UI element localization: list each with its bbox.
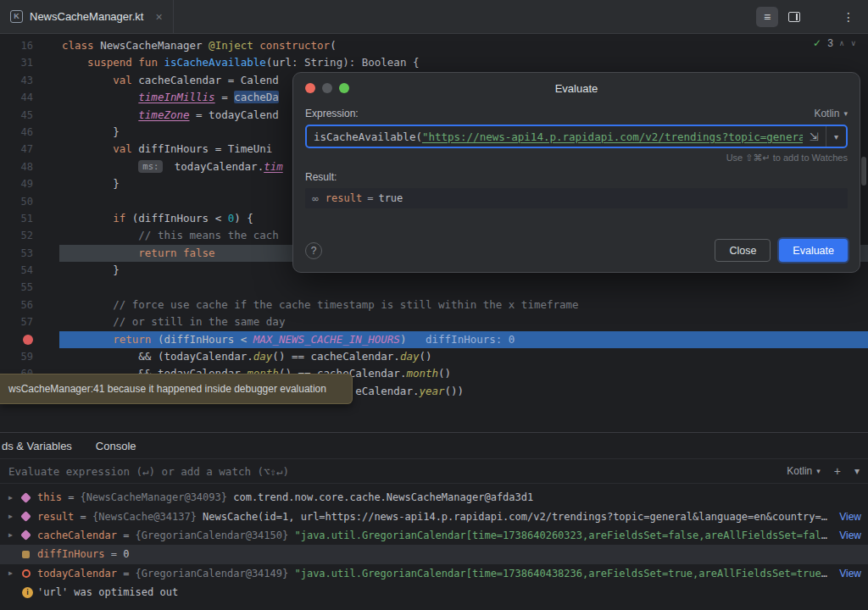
line-number-gutter[interactable]: 47 bbox=[0, 141, 59, 158]
line-number-gutter[interactable]: 51 bbox=[0, 210, 59, 227]
dialog-body: Expression: Kotlin ▾ isCacheAvailable("h… bbox=[293, 99, 860, 208]
expand-watches-icon[interactable]: ▾ bbox=[854, 465, 860, 477]
line-number-gutter[interactable]: 45 bbox=[0, 107, 59, 124]
code-line[interactable]: 59 && (todayCalendar.day() == cacheCalen… bbox=[0, 348, 868, 365]
menu-icon: ≡ bbox=[764, 10, 771, 24]
watch-input-row[interactable]: Evaluate expression (↵) or add a watch (… bbox=[0, 458, 868, 484]
expression-label: Expression: bbox=[305, 108, 359, 119]
result-label: Result: bbox=[305, 171, 848, 183]
close-button[interactable]: Close bbox=[715, 239, 771, 262]
code-line-text: // or still in the same day bbox=[59, 313, 868, 330]
variable-value: {GregorianCalendar@34150} "java.util.Gre… bbox=[136, 530, 833, 541]
line-number-gutter[interactable]: 56 bbox=[0, 297, 59, 313]
view-link[interactable]: View bbox=[839, 530, 861, 541]
code-line[interactable]: 57 // or still in the same day bbox=[0, 313, 868, 330]
next-problem-icon[interactable]: ∨ bbox=[850, 39, 856, 47]
result-icon: ∞ bbox=[312, 192, 319, 205]
expression-text: isCacheAvailable("https://news-api14.p.r… bbox=[314, 130, 803, 143]
code-line-text: // force use cache if the cache timestam… bbox=[59, 297, 868, 313]
line-number-gutter[interactable] bbox=[0, 331, 59, 348]
result-row[interactable]: ∞ result = true bbox=[305, 188, 848, 208]
minimize-window-button[interactable] bbox=[322, 83, 332, 93]
chevron-down-icon: ▾ bbox=[834, 132, 838, 141]
code-line-text: return (diffInHours < MAX_NEWS_CACHE_IN_… bbox=[59, 331, 868, 348]
split-editor-button[interactable] bbox=[783, 7, 805, 27]
tab-close-icon[interactable]: × bbox=[155, 10, 162, 24]
help-icon[interactable]: ? bbox=[305, 242, 322, 259]
watch-language-selector[interactable]: Kotlin ▾ bbox=[787, 465, 821, 477]
editor-scrollbar[interactable] bbox=[861, 157, 866, 186]
code-line[interactable]: return (diffInHours < MAX_NEWS_CACHE_IN_… bbox=[0, 331, 868, 348]
tooltip-text: wsCacheManager:41 because it happened in… bbox=[8, 383, 326, 395]
debug-panel: ds & Variables Console Evaluate expressi… bbox=[0, 432, 868, 610]
expression-input[interactable]: isCacheAvailable("https://news-api14.p.r… bbox=[305, 125, 848, 148]
expand-editor-icon[interactable]: ⇲ bbox=[803, 130, 826, 143]
dialog-footer: ? Close Evaluate bbox=[305, 239, 848, 262]
evaluate-button[interactable]: Evaluate bbox=[779, 239, 848, 262]
inspection-widget[interactable]: ✓ 3 ∧ ∨ bbox=[813, 37, 856, 49]
line-number-gutter[interactable]: 46 bbox=[0, 124, 59, 141]
line-number-gutter[interactable]: 16 bbox=[0, 37, 59, 54]
variable-row[interactable]: ▶this = {NewsCacheManager@34093} com.tre… bbox=[0, 488, 868, 507]
line-number-gutter[interactable]: 50 bbox=[0, 193, 59, 210]
tab-console[interactable]: Console bbox=[84, 440, 148, 452]
expand-arrow-icon[interactable]: ▶ bbox=[8, 531, 22, 539]
code-line-text: class NewsCacheManager @Inject construct… bbox=[59, 37, 868, 54]
view-link[interactable]: View bbox=[839, 511, 861, 523]
variable-value: {NewsCache@34137} NewsCache(id=1, url=ht… bbox=[92, 511, 832, 523]
code-line[interactable]: 56 // force use cache if the cache times… bbox=[0, 297, 868, 313]
variable-row[interactable]: diffInHours = 0 bbox=[0, 545, 868, 563]
close-window-button[interactable] bbox=[305, 83, 315, 93]
tab-threads-variables[interactable]: ds & Variables bbox=[0, 440, 84, 452]
watch-input-placeholder: Evaluate expression (↵) or add a watch (… bbox=[8, 465, 289, 478]
layout-windows-button[interactable] bbox=[810, 7, 832, 27]
line-number-gutter[interactable]: 55 bbox=[0, 279, 59, 296]
check-icon: ✓ bbox=[813, 37, 821, 49]
more-options-button[interactable]: ⋮ bbox=[837, 7, 860, 27]
line-number-gutter[interactable]: 53 bbox=[0, 245, 59, 262]
debugger-tooltip: wsCacheManager:41 because it happened in… bbox=[0, 374, 353, 404]
line-number-gutter[interactable]: 54 bbox=[0, 262, 59, 279]
line-number-gutter[interactable]: 57 bbox=[0, 313, 59, 330]
variable-row[interactable]: ▶todayCalendar = {GregorianCalendar@3414… bbox=[0, 564, 868, 583]
debugger-message-row[interactable]: i'url' was optimised out bbox=[0, 583, 868, 602]
language-selector[interactable]: Kotlin ▾ bbox=[814, 108, 848, 119]
object-icon bbox=[20, 530, 31, 541]
history-dropdown-button[interactable]: ▾ bbox=[826, 126, 846, 147]
add-to-watches-hint: Use ⇧⌘↵ to add to Watches bbox=[305, 152, 848, 164]
line-number-gutter[interactable]: 44 bbox=[0, 89, 59, 106]
prev-problem-icon[interactable]: ∧ bbox=[839, 39, 845, 47]
variable-name: cacheCalendar bbox=[37, 530, 117, 541]
add-watch-icon[interactable]: + bbox=[834, 464, 841, 478]
line-number-gutter[interactable]: 59 bbox=[0, 348, 59, 365]
zoom-window-button[interactable] bbox=[339, 83, 349, 93]
variable-row[interactable]: ▶result = {NewsCache@34137} NewsCache(id… bbox=[0, 507, 868, 525]
code-line[interactable]: 31 suspend fun isCacheAvailable(url: Str… bbox=[0, 54, 868, 71]
result-name: result bbox=[326, 192, 362, 204]
line-number-gutter[interactable]: 31 bbox=[0, 54, 59, 71]
view-link[interactable]: View bbox=[839, 568, 861, 580]
watch-icon bbox=[22, 569, 31, 578]
variable-row[interactable]: ▶cacheCalendar = {GregorianCalendar@3415… bbox=[0, 526, 868, 545]
debugger-message: 'url' was optimised out bbox=[37, 586, 178, 598]
dialog-header: Evaluate bbox=[293, 77, 860, 99]
line-number-gutter[interactable]: 49 bbox=[0, 175, 59, 192]
line-number-gutter[interactable]: 43 bbox=[0, 72, 59, 89]
line-number-gutter[interactable]: 48 bbox=[0, 158, 59, 175]
tab-title: NewsCacheManager.kt bbox=[30, 10, 143, 23]
debug-tabs: ds & Variables Console bbox=[0, 433, 868, 458]
variable-name: this bbox=[37, 491, 62, 503]
result-value: true bbox=[378, 192, 403, 204]
breakpoint-icon[interactable] bbox=[23, 335, 33, 345]
code-line[interactable]: 16class NewsCacheManager @Inject constru… bbox=[0, 37, 868, 54]
main-menu-button[interactable]: ≡ bbox=[756, 7, 778, 27]
dialog-title: Evaluate bbox=[555, 82, 598, 95]
editor-tab[interactable]: K NewsCacheManager.kt × bbox=[0, 0, 174, 33]
info-icon: i bbox=[22, 587, 33, 598]
code-line[interactable]: 55 bbox=[0, 279, 868, 296]
expand-arrow-icon[interactable]: ▶ bbox=[8, 569, 22, 577]
kebab-icon: ⋮ bbox=[843, 10, 854, 24]
variables-list: ▶this = {NewsCacheManager@34093} com.tre… bbox=[0, 488, 868, 602]
evaluate-dialog: Evaluate Expression: Kotlin ▾ isCacheAva… bbox=[292, 72, 860, 273]
line-number-gutter[interactable]: 52 bbox=[0, 227, 59, 244]
